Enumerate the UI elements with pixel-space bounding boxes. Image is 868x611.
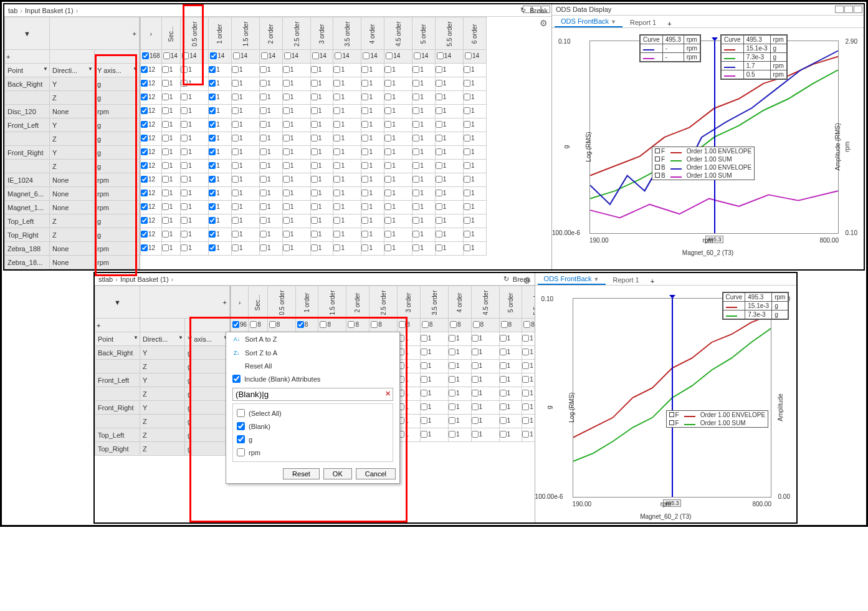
row-checkbox[interactable]: 12 — [141, 80, 155, 87]
order-sum-checkbox[interactable]: 8 — [450, 321, 461, 328]
cell-checkbox[interactable]: 1 — [421, 390, 432, 397]
cell-checkbox[interactable]: 1 — [361, 203, 373, 210]
cell-checkbox[interactable]: 1 — [384, 80, 396, 87]
cell-checkbox[interactable]: 1 — [384, 190, 396, 196]
cell-checkbox[interactable]: 1 — [464, 190, 475, 196]
cell-checkbox[interactable]: 1 — [464, 176, 475, 183]
cell-checkbox[interactable]: 1 — [209, 176, 220, 183]
cell-checkbox[interactable]: 1 — [260, 231, 271, 238]
order-sum-checkbox[interactable]: 8 — [399, 321, 410, 328]
order-sum-checkbox[interactable]: 8 — [422, 321, 433, 328]
cell-checkbox[interactable]: 1 — [333, 66, 345, 73]
cell-checkbox[interactable]: 1 — [449, 417, 460, 424]
expand-icon[interactable]: › — [141, 17, 162, 50]
add-row-button[interactable]: + — [97, 322, 100, 329]
order-header[interactable]: 0.5 order — [267, 286, 295, 319]
row-checkbox[interactable]: 12 — [141, 148, 155, 155]
cell-checkbox[interactable]: 1 — [209, 135, 220, 142]
cancel-button[interactable]: Cancel — [356, 468, 396, 479]
order-header[interactable]: 4 order — [448, 286, 471, 319]
cell-checkbox[interactable]: 1 — [162, 217, 173, 224]
cell-checkbox[interactable]: 1 — [311, 80, 322, 87]
expand-icon[interactable]: › — [231, 286, 249, 319]
row-checkbox[interactable]: 12 — [141, 66, 155, 73]
cell-checkbox[interactable]: 1 — [464, 162, 475, 169]
order-sum-checkbox[interactable]: 8 — [250, 321, 261, 328]
cell-checkbox[interactable]: 1 — [333, 121, 345, 128]
cell-checkbox[interactable]: 1 — [413, 107, 424, 114]
tab-ods[interactable]: ODS FrontBack▼ — [555, 16, 622, 27]
order-header[interactable]: 6 order — [463, 17, 486, 50]
cell-checkbox[interactable]: 1 — [283, 121, 294, 128]
cell-checkbox[interactable]: 1 — [413, 176, 424, 183]
break-button[interactable]: Break — [530, 7, 548, 14]
cell-checkbox[interactable]: 1 — [413, 121, 424, 128]
cell-checkbox[interactable]: 1 — [436, 244, 447, 251]
cell-checkbox[interactable]: 1 — [384, 94, 396, 100]
cell-checkbox[interactable]: 1 — [209, 190, 220, 196]
cell-checkbox[interactable]: 1 — [500, 417, 511, 424]
cell-checkbox[interactable]: 1 — [283, 135, 294, 142]
cell-checkbox[interactable]: 1 — [449, 431, 460, 438]
cell-checkbox[interactable]: 1 — [436, 162, 447, 169]
cell-checkbox[interactable]: 1 — [522, 431, 533, 438]
order-sum-checkbox[interactable]: 14 — [414, 52, 428, 59]
order-sum-checkbox[interactable]: 14 — [163, 52, 178, 59]
cell-checkbox[interactable]: 1 — [413, 231, 424, 238]
cell-checkbox[interactable]: 1 — [311, 121, 322, 128]
cell-checkbox[interactable]: 1 — [413, 203, 424, 210]
cell-checkbox[interactable]: 1 — [413, 135, 424, 142]
row-checkbox[interactable]: 12 — [141, 244, 155, 251]
cell-checkbox[interactable]: 1 — [472, 376, 483, 383]
cell-checkbox[interactable]: 1 — [162, 94, 173, 100]
cell-checkbox[interactable]: 1 — [181, 135, 192, 142]
row-checkbox[interactable]: 12 — [141, 176, 155, 183]
col-direction[interactable]: Directi...▼ — [140, 332, 185, 346]
cell-checkbox[interactable]: 1 — [162, 176, 173, 183]
order-header[interactable]: 5 order — [413, 17, 436, 50]
cell-checkbox[interactable]: 1 — [421, 376, 432, 383]
cell-checkbox[interactable]: 1 — [384, 231, 396, 238]
cell-checkbox[interactable]: 1 — [413, 148, 424, 155]
order-header[interactable]: Sec... — [249, 286, 268, 319]
cell-checkbox[interactable]: 1 — [260, 244, 271, 251]
order-header[interactable]: 3 order — [310, 17, 333, 50]
order-header[interactable]: 5.5 order — [522, 286, 535, 319]
breadcrumb-root[interactable]: stlab — [98, 276, 113, 283]
cell-checkbox[interactable]: 1 — [209, 244, 220, 251]
breadcrumb-item[interactable]: Input Basket (1) — [25, 7, 74, 14]
add-tab-button[interactable]: + — [647, 277, 658, 285]
order-header[interactable]: 1 order — [295, 286, 318, 319]
cell-checkbox[interactable]: 1 — [181, 94, 192, 100]
cell-checkbox[interactable]: 1 — [413, 190, 424, 196]
cell-checkbox[interactable]: 1 — [311, 176, 322, 183]
filter-text-input[interactable] — [232, 388, 393, 401]
cell-checkbox[interactable]: 1 — [413, 80, 424, 87]
cell-checkbox[interactable]: 1 — [421, 335, 432, 342]
order-sum-checkbox[interactable]: 14 — [363, 52, 377, 59]
row-checkbox[interactable]: 12 — [141, 121, 155, 128]
cell-checkbox[interactable]: 1 — [260, 94, 271, 100]
cell-checkbox[interactable]: 1 — [500, 403, 511, 410]
cell-checkbox[interactable]: 1 — [413, 217, 424, 224]
add-button[interactable]: + — [223, 299, 227, 306]
cell-checkbox[interactable]: 1 — [311, 231, 322, 238]
order-header[interactable]: 4.5 order — [471, 286, 499, 319]
order-header[interactable]: 3 order — [398, 286, 421, 319]
cell-checkbox[interactable]: 1 — [449, 335, 460, 342]
order-sum-checkbox[interactable]: 14 — [312, 52, 327, 59]
cell-checkbox[interactable]: 1 — [283, 94, 294, 100]
cell-checkbox[interactable]: 1 — [283, 148, 294, 155]
cell-checkbox[interactable]: 1 — [260, 148, 271, 155]
cell-checkbox[interactable]: 1 — [162, 107, 173, 114]
cell-checkbox[interactable]: 1 — [232, 162, 243, 169]
cell-checkbox[interactable]: 1 — [500, 390, 511, 397]
cell-checkbox[interactable]: 1 — [384, 244, 396, 251]
cell-checkbox[interactable]: 1 — [232, 80, 243, 87]
cell-checkbox[interactable]: 1 — [260, 121, 271, 128]
cell-checkbox[interactable]: 1 — [181, 107, 192, 114]
cell-checkbox[interactable]: 1 — [413, 244, 424, 251]
cell-checkbox[interactable]: 1 — [181, 148, 192, 155]
order-header[interactable]: 2.5 order — [370, 286, 398, 319]
cell-checkbox[interactable]: 1 — [260, 176, 271, 183]
